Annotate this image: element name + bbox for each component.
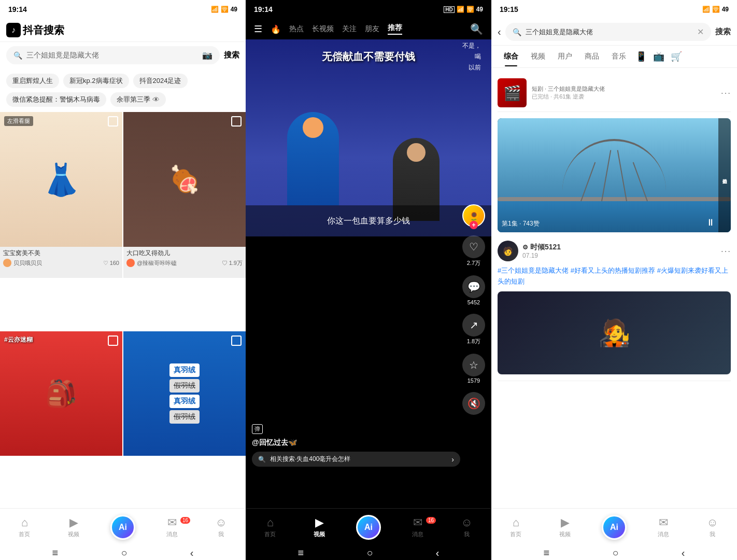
card-select-checkbox[interactable] <box>108 335 118 346</box>
nav-messages[interactable]: ✉ 消息 16 <box>147 516 196 538</box>
tag-item[interactable]: 重启辉煌人生 <box>6 74 59 88</box>
search-confirm-button[interactable]: 搜索 <box>715 27 731 37</box>
related-search-bar[interactable]: 🔍 相关搜索·失血400毫升会怎样 › <box>252 452 460 467</box>
tab-music[interactable]: 音乐 <box>605 47 632 66</box>
card-user-row: @辣椒哥咔咔磕 ♡ 1.9万 <box>126 259 243 267</box>
back-button[interactable]: ‹ <box>498 26 501 38</box>
tag-item[interactable]: 余罪第三季 👁 <box>110 92 166 107</box>
nav-home[interactable]: ⌂ 首页 <box>0 516 49 538</box>
nav-profile-3[interactable]: ☺ 我 <box>688 516 737 538</box>
nav-video-2[interactable]: ▶ 视频 <box>295 516 344 538</box>
home-btn-2[interactable]: ○ <box>366 547 373 559</box>
post-user-avatar[interactable]: 🧑 <box>498 241 518 261</box>
tab-phone-icon[interactable]: 📱 <box>632 46 650 67</box>
clear-icon[interactable]: ✕ <box>697 27 704 37</box>
nav-hotspot[interactable]: 热点 <box>289 24 304 34</box>
ai-button[interactable]: Ai <box>110 515 135 540</box>
more-options-icon[interactable]: ⋯ <box>720 87 731 99</box>
menu-btn-3[interactable]: ≡ <box>544 547 550 559</box>
share-button[interactable]: ↗ 1.8万 <box>462 314 485 345</box>
tab-cart-icon[interactable]: 🛒 <box>668 46 685 67</box>
post-image[interactable]: 🧑‍🎤 <box>498 291 731 374</box>
nav-messages-2[interactable]: ✉ 消息 16 <box>393 516 442 538</box>
back-btn-3[interactable]: ‹ <box>682 547 685 559</box>
nav-home-2[interactable]: ⌂ 首页 <box>246 516 295 538</box>
uploader-avatar[interactable]: 🌻 + <box>462 204 485 227</box>
nav-home-label-3: 首页 <box>510 530 521 538</box>
menu-btn-2[interactable]: ≡ <box>298 547 304 559</box>
tag-item[interactable]: 抖音2024足迹 <box>133 74 188 88</box>
video-result-card[interactable]: 边看边拍摄 第1集 · 743赞 ⏸ <box>498 118 731 232</box>
pause-icon[interactable]: ⏸ <box>706 217 715 228</box>
nav-friends[interactable]: 朋友 <box>365 24 379 34</box>
video-player[interactable]: 无偿献血不需要付钱 你这一包血要算多少钱 🌻 + <box>246 39 491 508</box>
card-title: 宝宝窝美不美 <box>3 249 119 258</box>
content-card-3[interactable]: 🎒 #云亦迷糊 <box>0 331 122 456</box>
mute-button[interactable]: 🔇 <box>462 392 485 415</box>
search-button[interactable]: 搜索 <box>224 50 239 60</box>
nav-video-3[interactable]: ▶ 视频 <box>541 516 590 538</box>
tag-item[interactable]: 微信紧急提醒：警惕木马病毒 <box>6 92 106 107</box>
follow-plus[interactable]: + <box>470 221 478 229</box>
signal-icon: 📶 <box>211 6 219 13</box>
ai-button-2[interactable]: Ai <box>356 515 381 540</box>
menu-btn[interactable]: ≡ <box>52 547 59 559</box>
video-scene: 无偿献血不需要付钱 你这一包血要算多少钱 <box>246 39 491 236</box>
card-select-checkbox[interactable] <box>231 335 242 346</box>
home-btn-3[interactable]: ○ <box>612 547 618 559</box>
tag-item[interactable]: 新冠kp.2病毒症状 <box>63 74 129 88</box>
nav-ai-3[interactable]: Ai <box>590 515 639 540</box>
nav-ai[interactable]: Ai <box>98 515 148 540</box>
barrage-icon: 弹 <box>252 424 263 434</box>
tag-label: 余罪第三季 <box>117 95 150 104</box>
comment-button[interactable]: 💬 5452 <box>462 275 485 305</box>
content-card-1[interactable]: 👗 左滑看腿 宝宝窝美不美 贝贝哦贝贝 ♡ 160 <box>0 112 122 278</box>
home-icon-2: ⌂ <box>267 516 274 529</box>
search-bar[interactable]: 🔍 三个姐姐竟是隐藏大佬 📷 <box>6 46 220 64</box>
tab-products[interactable]: 商品 <box>578 47 605 66</box>
tab-tv-icon[interactable]: 📺 <box>650 46 668 67</box>
nav-profile-2[interactable]: ☺ 我 <box>442 516 491 538</box>
side-text-line1: 不是， <box>462 41 481 50</box>
system-nav-2: ≡ ○ ‹ <box>246 545 491 560</box>
search-input-text[interactable]: 三个姐姐竟是隐藏大佬 <box>26 51 198 60</box>
like-button[interactable]: ♡ 2.7万 <box>462 235 485 267</box>
collect-button[interactable]: ☆ 1579 <box>462 354 485 384</box>
tab-comprehensive[interactable]: 综合 <box>498 47 525 66</box>
ai-button-3[interactable]: Ai <box>602 515 627 540</box>
tab-video[interactable]: 视频 <box>525 47 551 66</box>
home-icon: ⌂ <box>21 516 28 529</box>
home-icon-3: ⌂ <box>513 516 519 529</box>
nav-ai-2[interactable]: Ai <box>344 515 393 540</box>
user-name: @辣椒哥咔咔磕 <box>137 259 177 267</box>
search-input-container[interactable]: 🔍 三个姐姐竟是隐藏大佬 ✕ <box>505 23 711 41</box>
post-header: 🧑 ⚙ 时倾5121 07.19 ⋯ <box>498 241 731 261</box>
search-icon-top[interactable]: 🔍 <box>470 23 483 35</box>
app-logo: ♪ 抖音搜索 <box>6 23 64 37</box>
nav-video[interactable]: ▶ 视频 <box>49 516 98 538</box>
tab-user[interactable]: 用户 <box>551 47 578 66</box>
home-btn[interactable]: ○ <box>121 547 127 559</box>
nav-longvideo[interactable]: 长视频 <box>312 24 334 34</box>
camera-icon[interactable]: 📷 <box>202 50 212 60</box>
search-query-text[interactable]: 三个姐姐竟是隐藏大佬 <box>526 27 693 37</box>
card-select-checkbox[interactable] <box>231 116 242 127</box>
bottom-nav-2: ⌂ 首页 ▶ 视频 Ai ✉ 消息 16 ☺ 我 <box>246 508 491 545</box>
nav-home-3[interactable]: ⌂ 首页 <box>491 516 541 538</box>
content-card-4[interactable]: 真羽绒 假羽绒 真羽绒 假羽绒 <box>123 331 246 456</box>
nav-messages-3[interactable]: ✉ 消息 <box>639 516 688 538</box>
status-bar-2: 19:14 HD 📶 🛜 49 <box>246 0 491 19</box>
drama-card[interactable]: 🎬 短剧 · 三个姐姐竟是隐藏大佬 已完结 · 共61集 逆袭 ⋯ <box>498 74 731 112</box>
nav-profile[interactable]: ☺ 我 <box>196 516 246 538</box>
profile-icon-2: ☺ <box>461 516 472 529</box>
status-time-1: 19:14 <box>8 5 27 13</box>
nav-recommend[interactable]: 推荐 <box>388 23 402 35</box>
post-more-icon[interactable]: ⋯ <box>720 245 731 257</box>
side-text-line3: 以前 <box>462 63 481 72</box>
menu-icon[interactable]: ☰ <box>254 23 262 35</box>
back-btn[interactable]: ‹ <box>190 547 194 559</box>
content-card-2[interactable]: 🍖 大口吃又得劲儿 @辣椒哥咔咔磕 ♡ 1.9万 <box>123 112 246 278</box>
nav-follow[interactable]: 关注 <box>342 24 357 34</box>
card-select-checkbox[interactable] <box>108 116 118 127</box>
back-btn-2[interactable]: ‹ <box>436 547 440 559</box>
